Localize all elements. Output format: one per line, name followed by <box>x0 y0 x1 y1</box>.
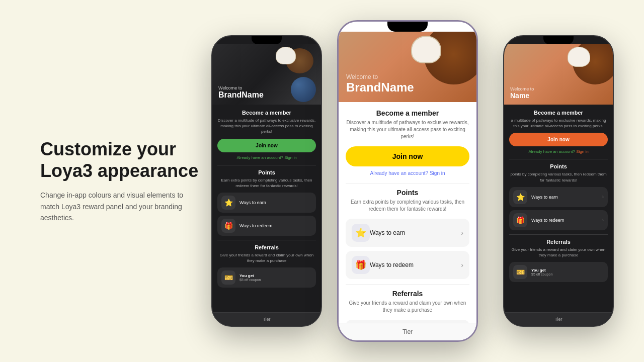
hero-text-left: Welcome to BrandName <box>218 85 264 100</box>
sign-in-left: Already have an account? Sign in <box>217 155 316 160</box>
phones-container: Welcome to BrandName Become a member Dis… <box>171 0 644 362</box>
chevron-earn-right: › <box>602 194 604 200</box>
notch-left <box>252 36 282 44</box>
phone-right-inner: Welcome to Name Become a member a multit… <box>504 36 613 326</box>
referrals-title-left: Referrals <box>217 244 316 250</box>
phone-left-inner: Welcome to BrandName Become a member Dis… <box>212 36 321 326</box>
chevron-earn-center: › <box>461 229 463 237</box>
points-title-left: Points <box>217 169 316 175</box>
referrals-desc-right: Give your friends a reward and claim you… <box>509 247 608 258</box>
phone-center-scroll: Become a member Discover a multitude of … <box>339 102 476 323</box>
bottom-nav-right: Tier <box>504 312 613 326</box>
points-title-right: Points <box>509 163 608 169</box>
globe-icon <box>291 77 316 102</box>
become-member-title-left: Become a member <box>217 110 316 116</box>
become-member-title-right: Become a member <box>509 110 608 116</box>
phone-left: Welcome to BrandName Become a member Dis… <box>211 35 322 327</box>
referrals-desc-center: Give your friends a reward and claim you… <box>346 300 469 314</box>
chevron-redeem-center: › <box>461 261 463 269</box>
phone-left-scroll: Become a member Discover a multitude of … <box>212 105 321 293</box>
phone-left-content: Become a member Discover a multitude of … <box>212 105 321 312</box>
referral-icon-right: 🎫 <box>513 265 527 279</box>
points-desc-center: Earn extra points by completing various … <box>346 199 469 213</box>
divider-1-left <box>217 165 316 165</box>
redeem-icon-left: 🎁 <box>221 219 235 233</box>
points-desc-left: Earn extra points by completing various … <box>217 177 316 189</box>
phone-right-hero: Welcome to Name <box>504 44 613 105</box>
referrals-title-center: Referrals <box>346 290 469 298</box>
become-member-title-center: Become a member <box>346 109 469 117</box>
referral-icon-left: 🎫 <box>221 270 235 285</box>
coffee-cup-right <box>568 47 590 67</box>
earn-icon-right: ⭐ <box>513 190 527 204</box>
redeem-icon-right: 🎁 <box>513 213 527 227</box>
sign-in-right: Already have an account? Sign in <box>509 149 608 154</box>
coffee-cup-center <box>411 36 441 63</box>
hero-text-right: Welcome to Name <box>510 86 534 100</box>
ways-to-redeem-center[interactable]: 🎁 Ways to redeem › <box>346 251 469 279</box>
points-section-center: Points Earn extra points by completing v… <box>346 189 469 279</box>
ways-to-redeem-right[interactable]: 🎁 Ways to redeem › <box>509 210 608 230</box>
phone-center-content: Become a member Discover a multitude of … <box>339 102 476 323</box>
phone-right-content: Become a member a multitude of pathways … <box>504 105 613 312</box>
become-member-desc-right: a multitude of pathways to exclusive rew… <box>509 118 608 129</box>
redeem-icon-center: 🎁 <box>352 256 370 274</box>
points-section-right: Points points by completing various task… <box>509 163 608 230</box>
coffee-cup-left <box>276 47 296 64</box>
ways-to-earn-center[interactable]: ⭐ Ways to earn › <box>346 219 469 247</box>
points-title-center: Points <box>346 189 469 197</box>
referral-item-right[interactable]: 🎫 You get $5 off coupon <box>509 262 608 282</box>
divider-2-center <box>346 284 469 285</box>
ways-to-earn-right[interactable]: ⭐ Ways to earn › <box>509 187 608 207</box>
divider-2-right <box>509 234 608 235</box>
divider-2-left <box>217 240 316 240</box>
join-button-left[interactable]: Join now <box>217 139 316 152</box>
points-section-left: Points Earn extra points by completing v… <box>217 169 316 236</box>
ways-to-earn-left[interactable]: ⭐ Ways to earn <box>217 193 316 213</box>
join-button-center[interactable]: Join now <box>346 146 469 166</box>
phone-right: Welcome to Name Become a member a multit… <box>503 35 614 327</box>
referrals-desc-left: Give your friends a reward and claim you… <box>217 252 316 263</box>
phone-center-hero: Welcome to BrandName <box>339 32 476 102</box>
become-member-desc-center: Discover a multitude of pathways to excl… <box>346 119 469 140</box>
earn-icon-left: ⭐ <box>221 196 235 210</box>
chevron-redeem-right: › <box>602 217 604 223</box>
ways-to-redeem-left[interactable]: 🎁 Ways to redeem <box>217 216 316 236</box>
notch-center <box>387 22 428 32</box>
divider-1-right <box>509 159 608 159</box>
referral-item-left[interactable]: 🎫 You get $5 off coupon <box>217 267 316 288</box>
sign-in-center: Already have an account? Sign in <box>346 170 469 176</box>
divider-1-center <box>346 183 469 184</box>
phone-center: Welcome to BrandName Become a member Dis… <box>337 20 478 342</box>
bottom-nav-left: Tier <box>212 312 321 326</box>
bottom-nav-center: Tier <box>339 323 476 340</box>
phone-center-inner: Welcome to BrandName Become a member Dis… <box>339 22 476 340</box>
earn-icon-center: ⭐ <box>352 224 370 242</box>
join-button-right[interactable]: Join now <box>509 133 608 146</box>
phone-right-scroll: Become a member a multitude of pathways … <box>504 105 613 287</box>
points-desc-right: points by completing various tasks, then… <box>509 171 608 183</box>
phone-left-hero: Welcome to BrandName <box>212 44 321 105</box>
become-member-desc-left: Discover a multitude of pathways to excl… <box>217 118 316 135</box>
referrals-title-right: Referrals <box>509 239 608 245</box>
hero-text-center: Welcome to BrandName <box>346 73 414 95</box>
notch-right <box>543 36 574 44</box>
